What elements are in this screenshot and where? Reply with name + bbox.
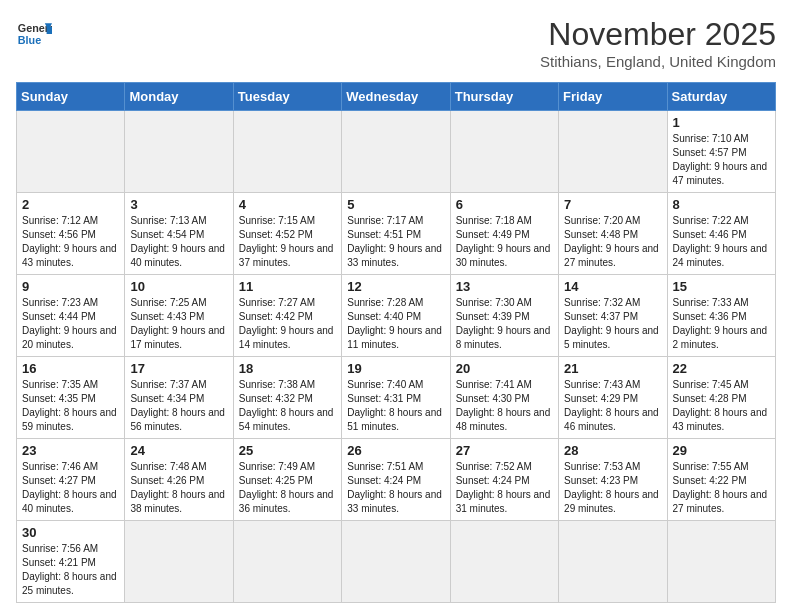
calendar-cell: 19Sunrise: 7:40 AM Sunset: 4:31 PM Dayli…: [342, 357, 450, 439]
day-number: 20: [456, 361, 553, 376]
calendar-cell: 21Sunrise: 7:43 AM Sunset: 4:29 PM Dayli…: [559, 357, 667, 439]
calendar-cell: 13Sunrise: 7:30 AM Sunset: 4:39 PM Dayli…: [450, 275, 558, 357]
weekday-header-saturday: Saturday: [667, 83, 775, 111]
calendar-cell: 7Sunrise: 7:20 AM Sunset: 4:48 PM Daylig…: [559, 193, 667, 275]
day-number: 29: [673, 443, 770, 458]
calendar-cell: [450, 111, 558, 193]
calendar-cell: 10Sunrise: 7:25 AM Sunset: 4:43 PM Dayli…: [125, 275, 233, 357]
day-info: Sunrise: 7:43 AM Sunset: 4:29 PM Dayligh…: [564, 378, 661, 434]
day-info: Sunrise: 7:38 AM Sunset: 4:32 PM Dayligh…: [239, 378, 336, 434]
day-number: 26: [347, 443, 444, 458]
calendar-cell: [559, 111, 667, 193]
calendar-cell: 24Sunrise: 7:48 AM Sunset: 4:26 PM Dayli…: [125, 439, 233, 521]
calendar-week-row: 9Sunrise: 7:23 AM Sunset: 4:44 PM Daylig…: [17, 275, 776, 357]
weekday-header-sunday: Sunday: [17, 83, 125, 111]
day-number: 16: [22, 361, 119, 376]
day-number: 14: [564, 279, 661, 294]
logo-icon: General Blue: [16, 16, 52, 52]
calendar-cell: [233, 521, 341, 603]
weekday-header-monday: Monday: [125, 83, 233, 111]
calendar-cell: 6Sunrise: 7:18 AM Sunset: 4:49 PM Daylig…: [450, 193, 558, 275]
calendar-cell: 12Sunrise: 7:28 AM Sunset: 4:40 PM Dayli…: [342, 275, 450, 357]
calendar-cell: 3Sunrise: 7:13 AM Sunset: 4:54 PM Daylig…: [125, 193, 233, 275]
calendar-cell: [233, 111, 341, 193]
calendar-cell: 30Sunrise: 7:56 AM Sunset: 4:21 PM Dayli…: [17, 521, 125, 603]
day-number: 5: [347, 197, 444, 212]
calendar-week-row: 2Sunrise: 7:12 AM Sunset: 4:56 PM Daylig…: [17, 193, 776, 275]
day-info: Sunrise: 7:23 AM Sunset: 4:44 PM Dayligh…: [22, 296, 119, 352]
title-section: November 2025 Stithians, England, United…: [540, 16, 776, 70]
calendar-cell: [125, 521, 233, 603]
day-number: 18: [239, 361, 336, 376]
calendar-cell: 4Sunrise: 7:15 AM Sunset: 4:52 PM Daylig…: [233, 193, 341, 275]
day-number: 21: [564, 361, 661, 376]
day-info: Sunrise: 7:48 AM Sunset: 4:26 PM Dayligh…: [130, 460, 227, 516]
calendar-cell: 14Sunrise: 7:32 AM Sunset: 4:37 PM Dayli…: [559, 275, 667, 357]
day-number: 27: [456, 443, 553, 458]
day-number: 9: [22, 279, 119, 294]
day-info: Sunrise: 7:41 AM Sunset: 4:30 PM Dayligh…: [456, 378, 553, 434]
day-info: Sunrise: 7:40 AM Sunset: 4:31 PM Dayligh…: [347, 378, 444, 434]
calendar-cell: [559, 521, 667, 603]
day-number: 22: [673, 361, 770, 376]
calendar-cell: [667, 521, 775, 603]
day-info: Sunrise: 7:51 AM Sunset: 4:24 PM Dayligh…: [347, 460, 444, 516]
weekday-header-wednesday: Wednesday: [342, 83, 450, 111]
day-info: Sunrise: 7:56 AM Sunset: 4:21 PM Dayligh…: [22, 542, 119, 598]
calendar-cell: 11Sunrise: 7:27 AM Sunset: 4:42 PM Dayli…: [233, 275, 341, 357]
calendar-cell: 2Sunrise: 7:12 AM Sunset: 4:56 PM Daylig…: [17, 193, 125, 275]
day-info: Sunrise: 7:32 AM Sunset: 4:37 PM Dayligh…: [564, 296, 661, 352]
calendar-table: SundayMondayTuesdayWednesdayThursdayFrid…: [16, 82, 776, 603]
calendar-cell: 27Sunrise: 7:52 AM Sunset: 4:24 PM Dayli…: [450, 439, 558, 521]
weekday-header-thursday: Thursday: [450, 83, 558, 111]
calendar-cell: 28Sunrise: 7:53 AM Sunset: 4:23 PM Dayli…: [559, 439, 667, 521]
weekday-header-friday: Friday: [559, 83, 667, 111]
day-number: 11: [239, 279, 336, 294]
calendar-cell: 9Sunrise: 7:23 AM Sunset: 4:44 PM Daylig…: [17, 275, 125, 357]
day-number: 17: [130, 361, 227, 376]
day-number: 2: [22, 197, 119, 212]
day-info: Sunrise: 7:18 AM Sunset: 4:49 PM Dayligh…: [456, 214, 553, 270]
day-info: Sunrise: 7:55 AM Sunset: 4:22 PM Dayligh…: [673, 460, 770, 516]
day-info: Sunrise: 7:20 AM Sunset: 4:48 PM Dayligh…: [564, 214, 661, 270]
day-info: Sunrise: 7:25 AM Sunset: 4:43 PM Dayligh…: [130, 296, 227, 352]
calendar-cell: 25Sunrise: 7:49 AM Sunset: 4:25 PM Dayli…: [233, 439, 341, 521]
day-number: 6: [456, 197, 553, 212]
calendar-week-row: 16Sunrise: 7:35 AM Sunset: 4:35 PM Dayli…: [17, 357, 776, 439]
logo: General Blue: [16, 16, 52, 52]
day-number: 15: [673, 279, 770, 294]
svg-marker-3: [47, 27, 52, 34]
day-number: 30: [22, 525, 119, 540]
day-number: 10: [130, 279, 227, 294]
calendar-cell: 29Sunrise: 7:55 AM Sunset: 4:22 PM Dayli…: [667, 439, 775, 521]
day-info: Sunrise: 7:15 AM Sunset: 4:52 PM Dayligh…: [239, 214, 336, 270]
day-number: 23: [22, 443, 119, 458]
calendar-week-row: 23Sunrise: 7:46 AM Sunset: 4:27 PM Dayli…: [17, 439, 776, 521]
day-number: 12: [347, 279, 444, 294]
day-info: Sunrise: 7:12 AM Sunset: 4:56 PM Dayligh…: [22, 214, 119, 270]
page-header: General Blue November 2025 Stithians, En…: [16, 16, 776, 70]
calendar-cell: 5Sunrise: 7:17 AM Sunset: 4:51 PM Daylig…: [342, 193, 450, 275]
calendar-cell: [450, 521, 558, 603]
day-number: 28: [564, 443, 661, 458]
day-number: 8: [673, 197, 770, 212]
day-info: Sunrise: 7:22 AM Sunset: 4:46 PM Dayligh…: [673, 214, 770, 270]
day-number: 25: [239, 443, 336, 458]
day-number: 19: [347, 361, 444, 376]
calendar-cell: 17Sunrise: 7:37 AM Sunset: 4:34 PM Dayli…: [125, 357, 233, 439]
day-number: 13: [456, 279, 553, 294]
day-number: 4: [239, 197, 336, 212]
calendar-cell: 18Sunrise: 7:38 AM Sunset: 4:32 PM Dayli…: [233, 357, 341, 439]
calendar-title: November 2025: [540, 16, 776, 53]
day-number: 1: [673, 115, 770, 130]
weekday-header-tuesday: Tuesday: [233, 83, 341, 111]
day-info: Sunrise: 7:49 AM Sunset: 4:25 PM Dayligh…: [239, 460, 336, 516]
day-info: Sunrise: 7:17 AM Sunset: 4:51 PM Dayligh…: [347, 214, 444, 270]
calendar-cell: 23Sunrise: 7:46 AM Sunset: 4:27 PM Dayli…: [17, 439, 125, 521]
day-info: Sunrise: 7:37 AM Sunset: 4:34 PM Dayligh…: [130, 378, 227, 434]
day-number: 7: [564, 197, 661, 212]
calendar-subtitle: Stithians, England, United Kingdom: [540, 53, 776, 70]
calendar-cell: 1Sunrise: 7:10 AM Sunset: 4:57 PM Daylig…: [667, 111, 775, 193]
day-info: Sunrise: 7:27 AM Sunset: 4:42 PM Dayligh…: [239, 296, 336, 352]
calendar-cell: 22Sunrise: 7:45 AM Sunset: 4:28 PM Dayli…: [667, 357, 775, 439]
